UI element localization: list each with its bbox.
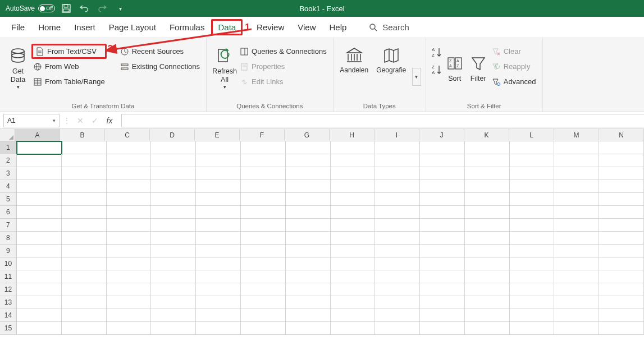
cell[interactable] [599, 245, 644, 257]
cell[interactable] [465, 180, 510, 193]
cell[interactable] [286, 296, 331, 309]
cell[interactable] [241, 193, 286, 206]
cell[interactable] [554, 309, 599, 322]
cell[interactable] [599, 322, 644, 335]
cell[interactable] [375, 245, 420, 257]
cell[interactable] [375, 296, 420, 309]
cell[interactable] [196, 309, 241, 322]
cell[interactable] [62, 141, 107, 154]
cell[interactable] [465, 296, 510, 309]
cell[interactable] [331, 283, 376, 296]
cell[interactable] [510, 283, 555, 296]
cell[interactable] [241, 245, 286, 257]
sort-button[interactable]: ZAAZ Sort [443, 40, 467, 96]
cell[interactable] [465, 245, 510, 257]
cell[interactable] [17, 219, 62, 232]
tab-page-layout[interactable]: Page Layout [102, 19, 163, 35]
cell[interactable] [107, 322, 152, 335]
cell[interactable] [17, 270, 62, 283]
cell[interactable] [420, 270, 465, 283]
cell[interactable] [107, 141, 152, 154]
cell[interactable] [17, 193, 62, 206]
cell[interactable] [510, 296, 555, 309]
row-header[interactable]: 2 [0, 154, 17, 167]
cell[interactable] [286, 219, 331, 232]
cell[interactable] [17, 245, 62, 257]
column-header[interactable]: L [509, 129, 554, 141]
cell[interactable] [286, 154, 331, 167]
cell[interactable] [465, 193, 510, 206]
cell[interactable] [107, 270, 152, 283]
cell[interactable] [196, 245, 241, 257]
cell[interactable] [62, 232, 107, 245]
cell[interactable] [599, 270, 644, 283]
cell[interactable] [554, 206, 599, 219]
cell[interactable] [196, 219, 241, 232]
cell[interactable] [196, 141, 241, 154]
existing-connections-button[interactable]: Existing Connections [118, 59, 202, 74]
cell[interactable] [510, 154, 555, 167]
cell[interactable] [151, 245, 196, 257]
cell[interactable] [151, 219, 196, 232]
cell[interactable] [196, 193, 241, 206]
cell[interactable] [599, 232, 644, 245]
cell[interactable] [510, 141, 555, 154]
column-header[interactable]: F [240, 129, 285, 141]
column-header[interactable]: H [330, 129, 374, 141]
cell[interactable] [107, 206, 152, 219]
cell[interactable] [465, 167, 510, 180]
cell[interactable] [599, 296, 644, 309]
cell[interactable] [420, 154, 465, 167]
cell[interactable] [420, 283, 465, 296]
cell[interactable] [599, 180, 644, 193]
cell[interactable] [599, 141, 644, 154]
cell[interactable] [241, 322, 286, 335]
column-header[interactable]: E [195, 129, 240, 141]
cell[interactable] [331, 154, 376, 167]
cell[interactable] [286, 167, 331, 180]
cell[interactable] [599, 309, 644, 322]
column-header[interactable]: J [419, 129, 464, 141]
undo-icon[interactable] [77, 2, 91, 15]
cell[interactable] [554, 322, 599, 335]
cell[interactable] [375, 219, 420, 232]
formula-input[interactable] [121, 114, 644, 127]
cell[interactable] [62, 206, 107, 219]
cell[interactable] [62, 309, 107, 322]
cell[interactable] [331, 206, 376, 219]
cell[interactable] [554, 296, 599, 309]
cell[interactable] [375, 322, 420, 335]
cell[interactable] [151, 270, 196, 283]
cell[interactable] [465, 141, 510, 154]
cell[interactable] [375, 309, 420, 322]
tab-review[interactable]: Review [250, 19, 291, 35]
cell[interactable] [599, 154, 644, 167]
cell[interactable] [465, 270, 510, 283]
column-header[interactable]: A [15, 129, 60, 141]
cell[interactable] [17, 167, 62, 180]
cell[interactable] [196, 296, 241, 309]
cell[interactable] [17, 232, 62, 245]
cell[interactable] [510, 309, 555, 322]
cell[interactable] [331, 141, 376, 154]
recent-sources-button[interactable]: Recent Sources [118, 44, 202, 59]
cell[interactable] [62, 257, 107, 270]
cell[interactable] [465, 154, 510, 167]
column-header[interactable]: B [60, 129, 105, 141]
cell[interactable] [420, 309, 465, 322]
clear-filter-button[interactable]: Clear [490, 44, 538, 59]
cell[interactable] [420, 232, 465, 245]
cell[interactable] [375, 206, 420, 219]
cell[interactable] [196, 283, 241, 296]
cell[interactable] [331, 296, 376, 309]
cell[interactable] [151, 141, 196, 154]
data-types-more-button[interactable]: ▾ [412, 68, 421, 86]
name-box[interactable]: A1 ▾ [3, 114, 60, 127]
cell[interactable] [107, 309, 152, 322]
cell[interactable] [510, 322, 555, 335]
cell[interactable] [17, 180, 62, 193]
cell[interactable] [17, 154, 62, 167]
properties-button[interactable]: Properties [238, 59, 328, 74]
cell[interactable] [420, 296, 465, 309]
cell[interactable] [510, 180, 555, 193]
